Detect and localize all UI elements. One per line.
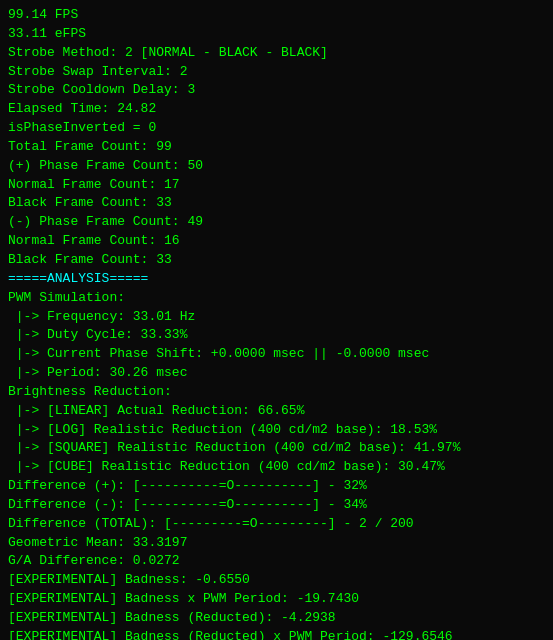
terminal-line: Black Frame Count: 33 xyxy=(8,251,545,270)
terminal-line: |-> [LOG] Realistic Reduction (400 cd/m2… xyxy=(8,421,545,440)
terminal-line: Geometric Mean: 33.3197 xyxy=(8,534,545,553)
terminal-line: Brightness Reduction: xyxy=(8,383,545,402)
terminal-line: G/A Difference: 0.0272 xyxy=(8,552,545,571)
terminal-line: Black Frame Count: 33 xyxy=(8,194,545,213)
terminal-line: 33.11 eFPS xyxy=(8,25,545,44)
terminal-line: |-> Period: 30.26 msec xyxy=(8,364,545,383)
terminal-line: |-> Frequency: 33.01 Hz xyxy=(8,308,545,327)
terminal-line: 99.14 FPS xyxy=(8,6,545,25)
terminal-line: [EXPERIMENTAL] Badness: -0.6550 xyxy=(8,571,545,590)
terminal-line: [EXPERIMENTAL] Badness (Reducted) x PWM … xyxy=(8,628,545,640)
terminal-line: [EXPERIMENTAL] Badness x PWM Period: -19… xyxy=(8,590,545,609)
terminal-line: Difference (-): [----------=O----------]… xyxy=(8,496,545,515)
terminal-line: isPhaseInverted = 0 xyxy=(8,119,545,138)
terminal-line: |-> [CUBE] Realistic Reduction (400 cd/m… xyxy=(8,458,545,477)
terminal-line: Normal Frame Count: 16 xyxy=(8,232,545,251)
terminal-line: |-> [SQUARE] Realistic Reduction (400 cd… xyxy=(8,439,545,458)
terminal-line: [EXPERIMENTAL] Badness (Reducted): -4.29… xyxy=(8,609,545,628)
terminal-line: Total Frame Count: 99 xyxy=(8,138,545,157)
terminal-line: Strobe Swap Interval: 2 xyxy=(8,63,545,82)
terminal-line: (+) Phase Frame Count: 50 xyxy=(8,157,545,176)
terminal-output: 99.14 FPS33.11 eFPSStrobe Method: 2 [NOR… xyxy=(8,6,545,640)
terminal-line: |-> Duty Cycle: 33.33% xyxy=(8,326,545,345)
terminal-line: Normal Frame Count: 17 xyxy=(8,176,545,195)
terminal-line: Difference (TOTAL): [---------=O--------… xyxy=(8,515,545,534)
terminal-line: |-> Current Phase Shift: +0.0000 msec ||… xyxy=(8,345,545,364)
terminal-line: Strobe Method: 2 [NORMAL - BLACK - BLACK… xyxy=(8,44,545,63)
terminal-line: Difference (+): [----------=O----------]… xyxy=(8,477,545,496)
terminal-line: PWM Simulation: xyxy=(8,289,545,308)
terminal-line: Strobe Cooldown Delay: 3 xyxy=(8,81,545,100)
terminal-line: |-> [LINEAR] Actual Reduction: 66.65% xyxy=(8,402,545,421)
terminal-line: =====ANALYSIS===== xyxy=(8,270,545,289)
terminal-line: (-) Phase Frame Count: 49 xyxy=(8,213,545,232)
terminal-line: Elapsed Time: 24.82 xyxy=(8,100,545,119)
